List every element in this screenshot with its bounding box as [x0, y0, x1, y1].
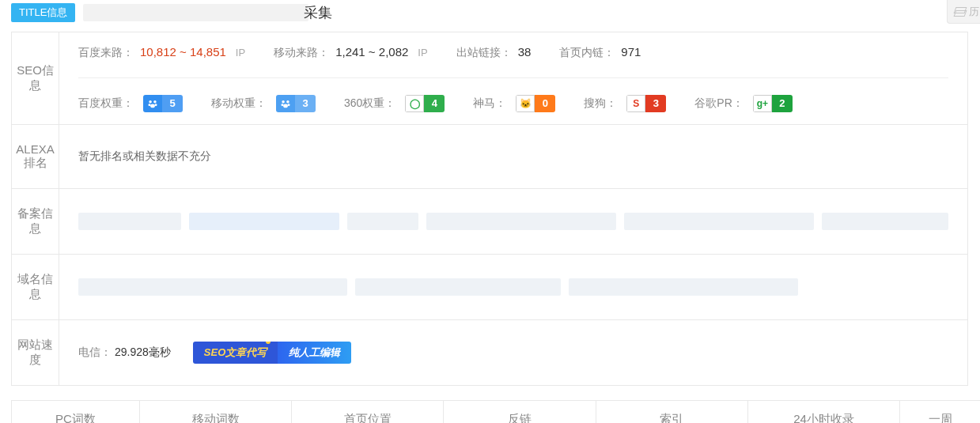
cat-icon: 🐱 [516, 95, 535, 112]
baidu-weight-badge[interactable]: 5 [143, 95, 183, 112]
baidu-source-value: 10,812 ~ 14,851 [140, 45, 226, 59]
svg-point-9 [283, 104, 288, 108]
svg-point-1 [153, 100, 157, 104]
promo-left-text: SEO文章代写 [193, 342, 278, 364]
google-pr-value: 2 [772, 95, 793, 112]
mobile-source-metric: 移动来路： 1,241 ~ 2,082 IP [274, 45, 427, 60]
shenma-weight-label: 神马： [473, 96, 506, 111]
history-button-label: 历 [969, 5, 979, 19]
mobile-weight-badge[interactable]: 3 [276, 95, 316, 112]
sogou-weight-badge[interactable]: S 3 [626, 95, 666, 112]
redacted-block [569, 278, 798, 296]
promo-right-text: 纯人工编辑 [278, 342, 351, 364]
domain-row-content [59, 255, 968, 320]
q360-weight-value: 4 [424, 95, 445, 112]
google-pr-label: 谷歌PR： [694, 96, 743, 111]
home-inlinks-value: 971 [621, 45, 641, 59]
title-tail: 采集 [304, 3, 332, 22]
speed-value: 29.928毫秒 [115, 346, 171, 358]
shenma-weight-value: 0 [535, 95, 555, 112]
layers-icon [953, 7, 966, 17]
stats-table: PC词数 移动词数 首页位置 反链 索引 24小时收录 一周 21,696 1,… [11, 400, 980, 423]
redacted-block [426, 213, 616, 230]
shenma-weight-badge[interactable]: 🐱 0 [516, 95, 555, 112]
svg-point-5 [282, 100, 285, 104]
alexa-row-label: ALEXA排名 [12, 125, 59, 189]
alexa-text: 暂无排名或相关数据不充分 [78, 149, 211, 162]
mobile-weight-label: 移动权重： [211, 96, 267, 111]
svg-point-2 [148, 104, 150, 106]
seo-info-table: SEO信息 百度来路： 10,812 ~ 14,851 IP 移动来路： 1,2… [11, 32, 968, 386]
stats-header[interactable]: 一周 [900, 401, 980, 424]
stats-header[interactable]: 索引 [596, 401, 747, 424]
sogou-weight-value: 3 [645, 95, 666, 112]
s-icon: S [626, 95, 645, 112]
svg-point-0 [149, 100, 152, 104]
mobile-source-value: 1,241 ~ 2,082 [335, 45, 408, 59]
seo-row-content: 百度来路： 10,812 ~ 14,851 IP 移动来路： 1,241 ~ 2… [59, 32, 968, 125]
paw-icon [276, 95, 295, 112]
svg-point-3 [155, 104, 157, 106]
mobile-weight-value: 3 [295, 95, 316, 112]
sogou-weight-label: 搜狗： [584, 96, 617, 111]
redacted-block [78, 213, 181, 230]
svg-point-6 [286, 100, 289, 104]
redacted-block [189, 213, 339, 230]
speed-row-label: 网站速度 [12, 320, 59, 386]
outbound-links-value: 38 [518, 45, 532, 59]
speed-row-content: 电信：29.928毫秒 SEO文章代写 纯人工编辑 [59, 320, 968, 386]
google-pr-badge[interactable]: g+ 2 [753, 95, 793, 112]
redacted-block [624, 213, 814, 230]
svg-point-4 [150, 104, 155, 108]
redacted-block [355, 278, 561, 296]
beian-row-label: 备案信息 [12, 189, 59, 255]
stats-header[interactable]: 移动词数 [139, 401, 291, 424]
stats-header[interactable]: 反链 [444, 401, 596, 424]
seo-row-label: SEO信息 [12, 32, 59, 125]
home-inlinks-metric: 首页内链： 971 [559, 45, 641, 60]
stats-header[interactable]: PC词数 [12, 401, 140, 424]
history-button[interactable]: 历 [947, 0, 980, 24]
svg-point-7 [281, 104, 283, 106]
stats-header[interactable]: 首页位置 [292, 401, 444, 424]
promo-seo-writing-badge[interactable]: SEO文章代写 纯人工编辑 [193, 342, 351, 364]
svg-point-8 [288, 104, 290, 106]
redacted-block [347, 213, 418, 230]
stats-header[interactable]: 24小时收录 [747, 401, 899, 424]
baidu-source-metric: 百度来路： 10,812 ~ 14,851 IP [78, 45, 245, 60]
speed-text: 电信：29.928毫秒 [78, 346, 174, 360]
alexa-row-content: 暂无排名或相关数据不充分 [59, 125, 968, 189]
baidu-weight-value: 5 [162, 95, 183, 112]
google-icon: g+ [753, 95, 772, 112]
outbound-links-metric: 出站链接： 38 [456, 45, 532, 60]
baidu-weight-label: 百度权重： [78, 96, 134, 111]
redacted-block [822, 213, 948, 230]
title-info-badge: TITLE信息 [11, 3, 75, 22]
circle-icon: ◯ [405, 95, 424, 112]
q360-weight-badge[interactable]: ◯ 4 [405, 95, 445, 112]
domain-row-label: 域名信息 [12, 255, 59, 320]
redacted-title [83, 4, 308, 21]
q360-weight-label: 360权重： [344, 96, 395, 111]
paw-icon [143, 95, 162, 112]
redacted-block [78, 278, 347, 296]
beian-row-content [59, 189, 968, 255]
